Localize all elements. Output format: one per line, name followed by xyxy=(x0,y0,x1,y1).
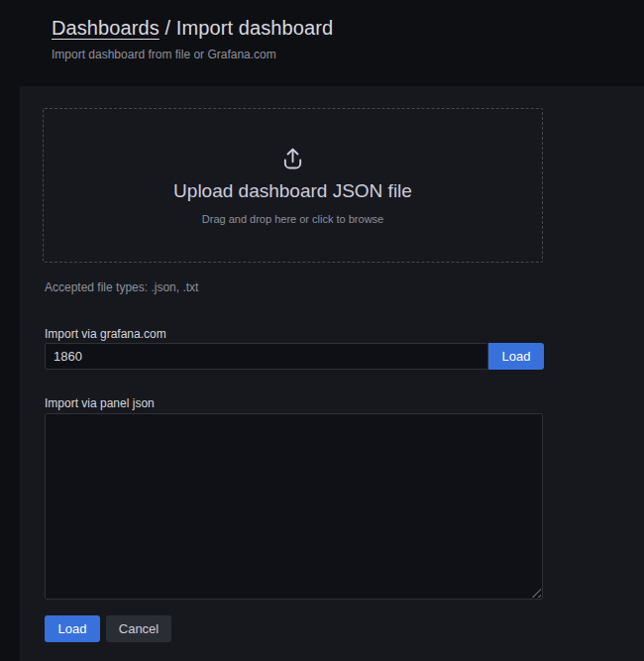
gcom-dashboard-id-input[interactable] xyxy=(45,343,488,370)
gcom-load-button[interactable]: Load xyxy=(488,343,544,370)
page-header: Dashboards / Import dashboard Import das… xyxy=(52,17,333,61)
load-button[interactable]: Load xyxy=(45,615,100,642)
upload-icon xyxy=(279,146,306,176)
panel-json-textarea[interactable] xyxy=(45,413,543,600)
breadcrumb: Dashboards / Import dashboard xyxy=(52,17,333,40)
breadcrumb-separator: / xyxy=(165,17,171,39)
upload-dropzone[interactable]: Upload dashboard JSON file Drag and drop… xyxy=(43,108,543,263)
content-panel: Upload dashboard JSON file Drag and drop… xyxy=(20,86,644,661)
dropzone-title: Upload dashboard JSON file xyxy=(173,180,412,202)
import-dashboard-page: Dashboards / Import dashboard Import das… xyxy=(0,0,644,661)
page-title: Import dashboard xyxy=(176,17,333,39)
gcom-import-label: Import via grafana.com xyxy=(45,327,166,341)
panel-json-area-wrap xyxy=(45,413,543,600)
panel-json-label: Import via panel json xyxy=(45,396,155,410)
dropzone-hint: Drag and drop here or click to browse xyxy=(202,213,383,225)
page-subtitle: Import dashboard from file or Grafana.co… xyxy=(52,48,333,61)
cancel-button[interactable]: Cancel xyxy=(106,615,171,642)
breadcrumb-dashboards-link[interactable]: Dashboards xyxy=(52,17,160,39)
accepted-file-types: Accepted file types: .json, .txt xyxy=(45,280,198,294)
gcom-import-row: Load xyxy=(45,343,544,370)
form-actions: Load Cancel xyxy=(45,615,171,642)
